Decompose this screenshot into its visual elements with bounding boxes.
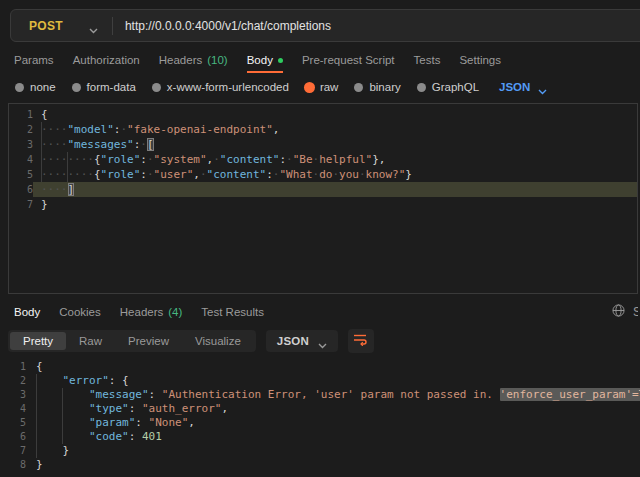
tab-pre-request-script[interactable]: Pre-request Script bbox=[302, 54, 395, 66]
line-number: 3 bbox=[0, 388, 26, 402]
radio-graphql[interactable]: GraphQL bbox=[417, 81, 479, 93]
code-line[interactable]: 7 } bbox=[0, 444, 640, 458]
method-selector[interactable]: POST bbox=[11, 19, 112, 33]
code-line[interactable]: 6 "code": 401 bbox=[0, 430, 640, 444]
status-text-clipped: S bbox=[633, 305, 638, 319]
chevron-down-icon bbox=[318, 338, 327, 344]
url-input[interactable]: http://0.0.0.0:4000/v1/chat/completions bbox=[125, 19, 331, 33]
radio-icon bbox=[152, 83, 161, 92]
response-tab-cookies[interactable]: Cookies bbox=[59, 306, 101, 318]
response-body-editor[interactable]: 1{2 "error": {3 "message": "Authenticati… bbox=[0, 357, 640, 477]
chevron-down-icon bbox=[89, 23, 98, 29]
line-number: 8 bbox=[0, 458, 26, 472]
wrap-text-icon bbox=[353, 333, 368, 349]
line-number: 6 bbox=[0, 430, 26, 444]
response-tab-body[interactable]: Body bbox=[14, 306, 40, 318]
tab-tests[interactable]: Tests bbox=[414, 54, 441, 66]
raw-format-dropdown[interactable]: JSON bbox=[499, 81, 547, 93]
line-number: 5 bbox=[9, 167, 33, 182]
code-line[interactable]: 3 "message": "Authentication Error, 'use… bbox=[0, 388, 640, 402]
code-line[interactable]: 5········{"role":·"user",·"content":·"Wh… bbox=[9, 167, 637, 182]
radio-raw[interactable]: raw bbox=[305, 81, 339, 93]
line-number: 3 bbox=[9, 137, 33, 152]
response-toolbar: Pretty Raw Preview Visualize JSON bbox=[8, 329, 374, 353]
code-line[interactable]: 6····] bbox=[9, 182, 637, 197]
radio-icon bbox=[417, 83, 426, 92]
tab-body[interactable]: Body bbox=[247, 54, 283, 66]
response-format-dropdown[interactable]: JSON bbox=[266, 330, 338, 352]
request-url-bar: POST http://0.0.0.0:4000/v1/chat/complet… bbox=[10, 9, 640, 42]
view-visualize[interactable]: Visualize bbox=[182, 332, 254, 350]
line-number: 4 bbox=[9, 152, 33, 167]
code-line[interactable]: 4 "type": "auth_error", bbox=[0, 402, 640, 416]
headers-count-badge: (10) bbox=[207, 54, 227, 66]
radio-icon bbox=[72, 83, 81, 92]
code-line[interactable]: 2 "error": { bbox=[0, 374, 640, 388]
response-tabs: Body Cookies Headers(4) Test Results S bbox=[14, 300, 640, 323]
code-line[interactable]: 2····"model":·"fake-openai-endpoint", bbox=[9, 122, 637, 137]
line-number: 1 bbox=[0, 360, 26, 374]
request-tabs: Params Authorization Headers(10) Body Pr… bbox=[14, 48, 640, 72]
chevron-down-icon bbox=[538, 84, 547, 90]
body-modified-dot-icon bbox=[278, 58, 283, 63]
code-line[interactable]: 1{ bbox=[0, 360, 640, 374]
line-number: 2 bbox=[9, 122, 33, 137]
code-line[interactable]: 8} bbox=[0, 458, 640, 472]
view-pretty[interactable]: Pretty bbox=[10, 332, 66, 350]
line-number: 7 bbox=[9, 197, 33, 212]
tab-settings[interactable]: Settings bbox=[459, 54, 501, 66]
line-number: 1 bbox=[9, 107, 33, 122]
radio-x-www-form-urlencoded[interactable]: x-www-form-urlencoded bbox=[152, 81, 289, 93]
code-line[interactable]: 1{ bbox=[9, 107, 637, 122]
method-label: POST bbox=[29, 19, 63, 33]
response-view-switch: Pretty Raw Preview Visualize bbox=[8, 330, 256, 352]
line-number: 5 bbox=[0, 416, 26, 430]
code-line[interactable]: 4········{"role":·"system",·"content":·"… bbox=[9, 152, 637, 167]
globe-icon[interactable] bbox=[612, 304, 625, 320]
code-line[interactable]: 3····"messages":·[ bbox=[9, 137, 637, 152]
code-line[interactable]: 5 "param": "None", bbox=[0, 416, 640, 430]
view-preview[interactable]: Preview bbox=[115, 332, 182, 350]
view-raw[interactable]: Raw bbox=[66, 332, 115, 350]
body-type-options: none form-data x-www-form-urlencoded raw… bbox=[15, 76, 640, 98]
divider bbox=[112, 17, 113, 35]
radio-icon bbox=[15, 83, 24, 92]
line-number: 4 bbox=[0, 402, 26, 416]
response-tab-test-results[interactable]: Test Results bbox=[201, 306, 264, 318]
line-number: 2 bbox=[0, 374, 26, 388]
radio-icon bbox=[354, 83, 363, 92]
tab-headers[interactable]: Headers(10) bbox=[159, 54, 228, 66]
line-number: 6 bbox=[9, 182, 33, 197]
wrap-text-button[interactable] bbox=[348, 329, 374, 353]
tab-params[interactable]: Params bbox=[14, 54, 54, 66]
tab-authorization[interactable]: Authorization bbox=[73, 54, 140, 66]
request-body-editor[interactable]: 1{2····"model":·"fake-openai-endpoint",3… bbox=[8, 103, 638, 294]
radio-selected-icon bbox=[305, 83, 314, 92]
response-headers-count-badge: (4) bbox=[168, 306, 182, 318]
response-tab-headers[interactable]: Headers(4) bbox=[120, 306, 183, 318]
radio-binary[interactable]: binary bbox=[354, 81, 400, 93]
code-line[interactable]: 7} bbox=[9, 197, 637, 212]
line-number: 7 bbox=[0, 444, 26, 458]
radio-form-data[interactable]: form-data bbox=[72, 81, 136, 93]
radio-none[interactable]: none bbox=[15, 81, 56, 93]
